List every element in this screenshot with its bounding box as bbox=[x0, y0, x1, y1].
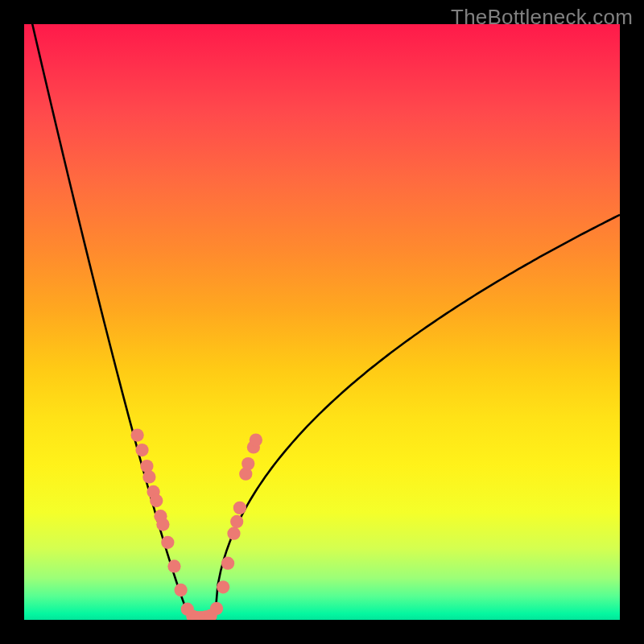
marker-point bbox=[161, 536, 174, 549]
marker-point bbox=[242, 457, 254, 470]
marker-point bbox=[230, 515, 243, 528]
bottleneck-curve bbox=[24, 24, 620, 620]
plot-area bbox=[24, 24, 620, 620]
marker-point bbox=[210, 602, 223, 615]
marker-point bbox=[130, 428, 143, 441]
marker-point bbox=[227, 527, 240, 540]
marker-point bbox=[221, 557, 234, 570]
marker-point bbox=[150, 494, 163, 507]
marker-point bbox=[174, 584, 187, 597]
chart-svg bbox=[24, 24, 620, 620]
marker-point bbox=[167, 559, 180, 572]
watermark-text: TheBottleneck.com bbox=[451, 5, 633, 30]
marker-point bbox=[142, 470, 155, 483]
chart-frame: TheBottleneck.com bbox=[0, 0, 644, 644]
marker-point bbox=[135, 444, 148, 456]
marker-point bbox=[233, 502, 246, 514]
marker-group bbox=[130, 428, 262, 620]
marker-point bbox=[217, 580, 229, 593]
marker-point bbox=[156, 518, 169, 530]
marker-point bbox=[250, 433, 262, 446]
